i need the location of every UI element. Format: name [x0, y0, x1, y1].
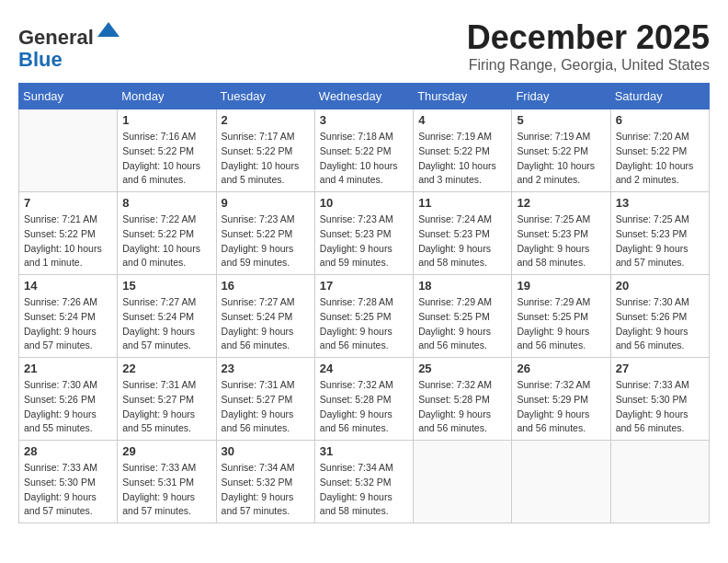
day-number: 23 [222, 362, 310, 375]
day-info: Sunrise: 7:32 AMSunset: 5:28 PMDaylight:… [320, 378, 408, 436]
day-of-week-header: Saturday [610, 84, 709, 109]
calendar-cell: 6Sunrise: 7:20 AMSunset: 5:22 PMDaylight… [610, 109, 709, 192]
day-number: 10 [320, 196, 408, 210]
day-info: Sunrise: 7:23 AMSunset: 5:23 PMDaylight:… [320, 213, 408, 270]
calendar-cell [19, 109, 118, 192]
day-number: 18 [418, 279, 506, 293]
day-number: 14 [24, 279, 112, 293]
day-info: Sunrise: 7:28 AMSunset: 5:25 PMDaylight:… [320, 295, 408, 353]
calendar-cell: 7Sunrise: 7:21 AMSunset: 5:22 PMDaylight… [19, 192, 118, 275]
day-of-week-header: Tuesday [216, 84, 314, 109]
day-info: Sunrise: 7:25 AMSunset: 5:23 PMDaylight:… [616, 213, 704, 270]
day-number: 3 [320, 113, 408, 127]
calendar-cell: 26Sunrise: 7:32 AMSunset: 5:29 PMDayligh… [512, 358, 610, 441]
calendar-cell: 10Sunrise: 7:23 AMSunset: 5:23 PMDayligh… [314, 192, 413, 275]
day-info: Sunrise: 7:27 AMSunset: 5:24 PMDaylight:… [222, 295, 310, 353]
calendar-cell: 5Sunrise: 7:19 AMSunset: 5:22 PMDaylight… [512, 109, 610, 192]
day-info: Sunrise: 7:33 AMSunset: 5:30 PMDaylight:… [616, 378, 704, 436]
day-number: 24 [320, 362, 408, 375]
day-info: Sunrise: 7:31 AMSunset: 5:27 PMDaylight:… [122, 378, 210, 436]
page-header: General Blue December 2025 Firing Range,… [18, 18, 710, 74]
day-number: 25 [418, 362, 506, 375]
calendar-table: SundayMondayTuesdayWednesdayThursdayFrid… [18, 83, 710, 523]
day-number: 11 [418, 196, 506, 210]
calendar-cell: 18Sunrise: 7:29 AMSunset: 5:25 PMDayligh… [414, 275, 512, 358]
day-number: 31 [320, 444, 408, 458]
day-number: 17 [320, 279, 408, 293]
calendar-cell: 12Sunrise: 7:25 AMSunset: 5:23 PMDayligh… [512, 192, 610, 275]
day-info: Sunrise: 7:20 AMSunset: 5:22 PMDaylight:… [616, 130, 704, 188]
day-info: Sunrise: 7:34 AMSunset: 5:32 PMDaylight:… [320, 461, 408, 519]
day-number: 7 [24, 196, 112, 210]
calendar-cell: 2Sunrise: 7:17 AMSunset: 5:22 PMDaylight… [216, 109, 314, 192]
day-info: Sunrise: 7:18 AMSunset: 5:22 PMDaylight:… [320, 130, 408, 188]
day-info: Sunrise: 7:17 AMSunset: 5:22 PMDaylight:… [222, 130, 310, 188]
day-of-week-header: Wednesday [314, 84, 413, 109]
calendar-cell [610, 441, 709, 523]
logo-icon [96, 18, 121, 44]
day-number: 13 [616, 196, 704, 210]
calendar-cell: 30Sunrise: 7:34 AMSunset: 5:32 PMDayligh… [216, 441, 314, 523]
calendar-week-row: 7Sunrise: 7:21 AMSunset: 5:22 PMDaylight… [19, 192, 710, 275]
calendar-week-row: 14Sunrise: 7:26 AMSunset: 5:24 PMDayligh… [19, 275, 710, 358]
calendar-cell: 1Sunrise: 7:16 AMSunset: 5:22 PMDaylight… [118, 109, 216, 192]
svg-marker-0 [97, 22, 119, 37]
day-info: Sunrise: 7:29 AMSunset: 5:25 PMDaylight:… [418, 295, 506, 353]
day-info: Sunrise: 7:19 AMSunset: 5:22 PMDaylight:… [418, 130, 506, 188]
day-info: Sunrise: 7:32 AMSunset: 5:28 PMDaylight:… [418, 378, 506, 436]
calendar-cell [512, 441, 610, 523]
title-block: December 2025 Firing Range, Georgia, Uni… [467, 18, 710, 74]
calendar-cell: 28Sunrise: 7:33 AMSunset: 5:30 PMDayligh… [19, 441, 118, 523]
logo-general: General [18, 26, 94, 49]
day-info: Sunrise: 7:32 AMSunset: 5:29 PMDaylight:… [517, 378, 605, 436]
day-number: 21 [24, 362, 112, 375]
day-number: 6 [616, 113, 704, 127]
day-number: 26 [517, 362, 605, 375]
day-info: Sunrise: 7:30 AMSunset: 5:26 PMDaylight:… [24, 378, 112, 436]
calendar-cell: 4Sunrise: 7:19 AMSunset: 5:22 PMDaylight… [414, 109, 512, 192]
calendar-cell: 15Sunrise: 7:27 AMSunset: 5:24 PMDayligh… [118, 275, 216, 358]
day-info: Sunrise: 7:31 AMSunset: 5:27 PMDaylight:… [222, 378, 310, 436]
day-number: 8 [122, 196, 210, 210]
day-of-week-header: Friday [512, 84, 610, 109]
calendar-cell: 16Sunrise: 7:27 AMSunset: 5:24 PMDayligh… [216, 275, 314, 358]
day-info: Sunrise: 7:27 AMSunset: 5:24 PMDaylight:… [122, 295, 210, 353]
day-number: 29 [122, 444, 210, 458]
month-title: December 2025 [467, 18, 710, 57]
calendar-week-row: 28Sunrise: 7:33 AMSunset: 5:30 PMDayligh… [19, 441, 710, 523]
calendar-cell: 25Sunrise: 7:32 AMSunset: 5:28 PMDayligh… [414, 358, 512, 441]
day-info: Sunrise: 7:25 AMSunset: 5:23 PMDaylight:… [517, 213, 605, 270]
calendar-cell: 8Sunrise: 7:22 AMSunset: 5:22 PMDaylight… [118, 192, 216, 275]
calendar-cell: 11Sunrise: 7:24 AMSunset: 5:23 PMDayligh… [414, 192, 512, 275]
day-info: Sunrise: 7:16 AMSunset: 5:22 PMDaylight:… [122, 130, 210, 188]
calendar-cell [414, 441, 512, 523]
day-of-week-header: Sunday [19, 84, 118, 109]
day-info: Sunrise: 7:34 AMSunset: 5:32 PMDaylight:… [222, 461, 310, 519]
day-number: 27 [616, 362, 704, 375]
day-info: Sunrise: 7:19 AMSunset: 5:22 PMDaylight:… [517, 130, 605, 188]
calendar-cell: 23Sunrise: 7:31 AMSunset: 5:27 PMDayligh… [216, 358, 314, 441]
day-number: 5 [517, 113, 605, 127]
day-info: Sunrise: 7:21 AMSunset: 5:22 PMDaylight:… [24, 213, 112, 270]
logo-blue: Blue [18, 48, 63, 71]
calendar-cell: 19Sunrise: 7:29 AMSunset: 5:25 PMDayligh… [512, 275, 610, 358]
calendar-cell: 29Sunrise: 7:33 AMSunset: 5:31 PMDayligh… [118, 441, 216, 523]
day-info: Sunrise: 7:33 AMSunset: 5:30 PMDaylight:… [24, 461, 112, 519]
calendar-cell: 20Sunrise: 7:30 AMSunset: 5:26 PMDayligh… [610, 275, 709, 358]
day-number: 28 [24, 444, 112, 458]
location: Firing Range, Georgia, United States [467, 57, 710, 74]
day-number: 20 [616, 279, 704, 293]
day-number: 16 [222, 279, 310, 293]
logo: General Blue [18, 18, 121, 71]
day-info: Sunrise: 7:30 AMSunset: 5:26 PMDaylight:… [616, 295, 704, 353]
day-info: Sunrise: 7:26 AMSunset: 5:24 PMDaylight:… [24, 295, 112, 353]
day-info: Sunrise: 7:29 AMSunset: 5:25 PMDaylight:… [517, 295, 605, 353]
calendar-cell: 21Sunrise: 7:30 AMSunset: 5:26 PMDayligh… [19, 358, 118, 441]
day-number: 9 [222, 196, 310, 210]
day-info: Sunrise: 7:22 AMSunset: 5:22 PMDaylight:… [122, 213, 210, 270]
calendar-cell: 27Sunrise: 7:33 AMSunset: 5:30 PMDayligh… [610, 358, 709, 441]
calendar-cell: 3Sunrise: 7:18 AMSunset: 5:22 PMDaylight… [314, 109, 413, 192]
day-of-week-header: Thursday [414, 84, 512, 109]
calendar-week-row: 1Sunrise: 7:16 AMSunset: 5:22 PMDaylight… [19, 109, 710, 192]
calendar-cell: 9Sunrise: 7:23 AMSunset: 5:22 PMDaylight… [216, 192, 314, 275]
